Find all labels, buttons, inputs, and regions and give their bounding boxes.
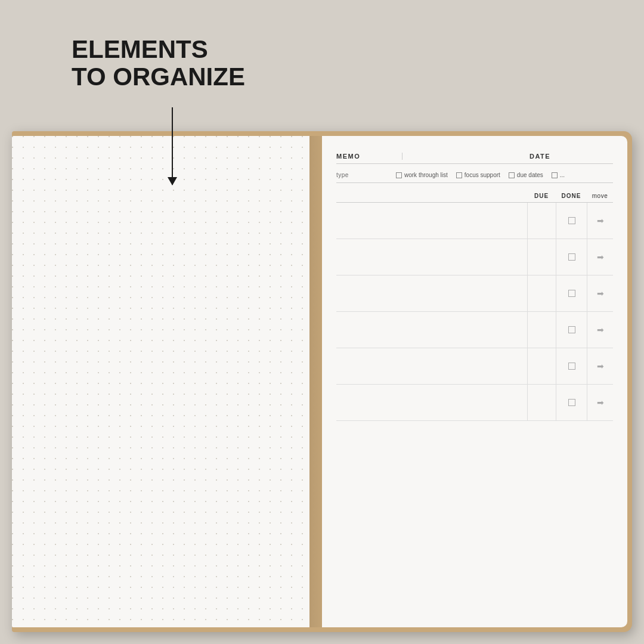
type-option-label-4: ...	[560, 172, 565, 178]
table-row: ➡	[336, 203, 613, 239]
planner-page: MEMO DATE type work through list focus s…	[322, 136, 627, 627]
row-1-due	[527, 203, 556, 239]
type-option-label-1: work through list	[404, 172, 448, 178]
row-4-move[interactable]: ➡	[587, 312, 613, 348]
type-row: type work through list focus support due…	[336, 168, 613, 183]
annotation-container: ELEMENTS TO ORGANIZE	[72, 36, 245, 91]
checkbox-work-through-list[interactable]	[396, 172, 402, 178]
table-row: ➡	[336, 312, 613, 348]
row-2-due	[527, 239, 556, 275]
row-3-main	[336, 275, 527, 311]
page-left	[12, 136, 309, 627]
column-headers: DUE DONE move	[336, 193, 613, 203]
header-spacer	[408, 153, 530, 160]
type-option-focus-support[interactable]: focus support	[456, 172, 500, 178]
row-1-move[interactable]: ➡	[587, 203, 613, 239]
type-option-label-2: focus support	[465, 172, 500, 178]
row-4-done[interactable]	[556, 312, 587, 348]
row-2-done[interactable]	[556, 239, 587, 275]
type-label: type	[336, 172, 396, 178]
checkbox-due-dates[interactable]	[509, 172, 515, 178]
row-6-due	[527, 385, 556, 420]
row-4-due	[527, 312, 556, 348]
checkbox-more[interactable]	[552, 172, 558, 178]
row-6-main	[336, 385, 527, 420]
table-row: ➡	[336, 275, 613, 312]
type-option-due-dates[interactable]: due dates	[509, 172, 543, 178]
table-row: ➡	[336, 239, 613, 275]
row-5-main	[336, 348, 527, 384]
header-date-spacer	[565, 153, 613, 160]
table-row: ➡	[336, 348, 613, 385]
type-option-label-3: due dates	[517, 172, 543, 178]
row-3-done[interactable]	[556, 275, 587, 311]
row-2-move[interactable]: ➡	[587, 239, 613, 275]
checkbox-focus-support[interactable]	[456, 172, 462, 178]
notebook: MEMO DATE type work through list focus s…	[12, 131, 632, 632]
header-row: MEMO DATE	[336, 153, 613, 164]
row-5-move[interactable]: ➡	[587, 348, 613, 384]
row-6-move-icon[interactable]: ➡	[597, 398, 604, 407]
row-1-checkbox[interactable]	[568, 217, 575, 224]
row-5-done[interactable]	[556, 348, 587, 384]
row-6-done[interactable]	[556, 385, 587, 420]
col-move-header: move	[587, 193, 613, 199]
row-1-main	[336, 203, 527, 239]
annotation-title: ELEMENTS TO ORGANIZE	[72, 36, 245, 91]
row-2-checkbox[interactable]	[568, 253, 575, 261]
header-divider	[402, 153, 402, 160]
annotation-line2: TO ORGANIZE	[72, 63, 245, 91]
dot-grid	[12, 136, 309, 627]
table-row: ➡	[336, 385, 613, 421]
col-done-header: DONE	[556, 193, 587, 199]
row-2-main	[336, 239, 527, 275]
col-due-header: DUE	[527, 193, 556, 199]
row-1-move-icon[interactable]: ➡	[597, 216, 604, 225]
row-4-main	[336, 312, 527, 348]
row-3-move[interactable]: ➡	[587, 275, 613, 311]
row-2-move-icon[interactable]: ➡	[597, 252, 604, 262]
row-4-move-icon[interactable]: ➡	[597, 325, 604, 335]
date-label: DATE	[530, 153, 565, 160]
row-3-due	[527, 275, 556, 311]
type-options: work through list focus support due date…	[396, 172, 613, 178]
annotation-line1: ELEMENTS	[72, 35, 208, 63]
row-4-checkbox[interactable]	[568, 326, 575, 333]
row-5-move-icon[interactable]: ➡	[597, 361, 604, 371]
row-3-move-icon[interactable]: ➡	[597, 289, 604, 298]
row-3-checkbox[interactable]	[568, 290, 575, 297]
row-6-move[interactable]: ➡	[587, 385, 613, 420]
type-option-work-through-list[interactable]: work through list	[396, 172, 448, 178]
table-area: ➡ ➡ ➡	[336, 203, 613, 421]
row-6-checkbox[interactable]	[568, 399, 575, 406]
row-5-checkbox[interactable]	[568, 363, 575, 370]
row-5-due	[527, 348, 556, 384]
type-option-more[interactable]: ...	[552, 172, 565, 178]
row-1-done[interactable]	[556, 203, 587, 239]
annotation-arrow	[172, 107, 173, 185]
memo-label: MEMO	[336, 153, 396, 160]
